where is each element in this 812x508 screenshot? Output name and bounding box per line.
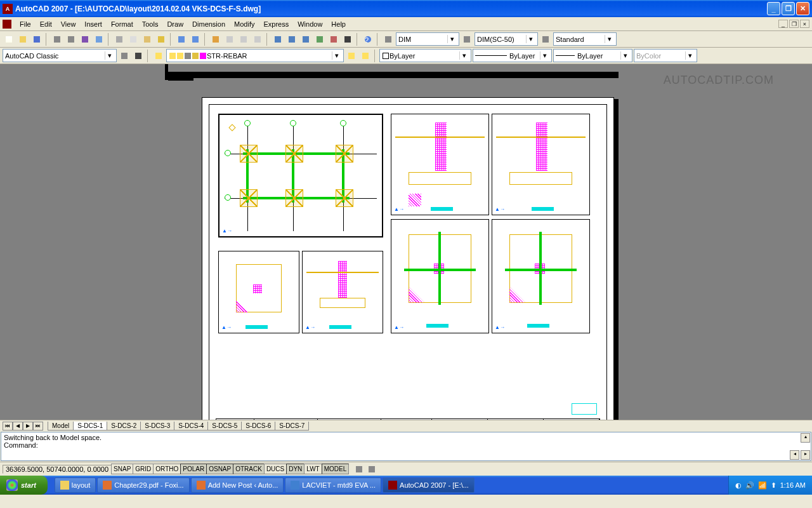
dimstyle2-dropdown[interactable]: DIM(SC-50)▾: [475, 32, 538, 46]
layer-manager-button[interactable]: [152, 50, 165, 62]
menu-tools[interactable]: Tools: [138, 19, 163, 29]
dimstyle2-icon[interactable]: [461, 33, 473, 46]
tray-icon[interactable]: 📶: [758, 481, 767, 490]
cmd-scroll-left-button[interactable]: ◂: [790, 450, 799, 460]
tab-first-button[interactable]: ⏮: [3, 422, 13, 431]
toolpalette-button[interactable]: [299, 33, 312, 46]
menu-insert[interactable]: Insert: [80, 19, 107, 29]
viewport-plan[interactable]: ▲→: [218, 114, 383, 237]
tab-last-button[interactable]: ⏭: [33, 422, 43, 431]
layer-dropdown[interactable]: STR-REBAR ▾: [166, 49, 344, 62]
layout-tab[interactable]: S-DCS-1: [73, 422, 107, 431]
dimstyle-dropdown[interactable]: DIM▾: [396, 32, 459, 46]
menu-view[interactable]: View: [56, 19, 81, 29]
workspace-settings-button[interactable]: [118, 50, 131, 62]
lineweight-dropdown[interactable]: ByLayer▾: [553, 49, 632, 62]
layout-tab[interactable]: S-DCS-7: [275, 422, 309, 431]
status-ducs-button[interactable]: DUCS: [264, 464, 287, 474]
copy-button[interactable]: [127, 33, 140, 46]
open-button[interactable]: [16, 33, 29, 46]
menu-modify[interactable]: Modify: [230, 19, 259, 29]
linetype-dropdown[interactable]: ByLayer▾: [473, 49, 552, 62]
textstyle-dropdown[interactable]: Standard▾: [553, 32, 617, 46]
sheet-button[interactable]: [313, 33, 326, 46]
undo-button[interactable]: [175, 33, 188, 46]
designcenter-button[interactable]: [285, 33, 298, 46]
layout-tab[interactable]: Model: [48, 422, 74, 431]
plot-preview-button[interactable]: [65, 33, 77, 46]
layout-tab[interactable]: S-DCS-5: [207, 422, 242, 431]
dimstyle-icon[interactable]: [382, 33, 395, 46]
status-polar-button[interactable]: POLAR: [180, 464, 207, 474]
tab-prev-button[interactable]: ◀: [13, 422, 23, 431]
cmd-scroll-up-button[interactable]: ▴: [801, 433, 810, 443]
menu-format[interactable]: Format: [107, 19, 138, 29]
viewport-small-2[interactable]: ▲→: [302, 251, 383, 333]
zoom-win-button[interactable]: [237, 33, 250, 46]
status-osnap-button[interactable]: OSNAP: [206, 464, 233, 474]
viewport-small-1[interactable]: ▲→: [218, 251, 299, 333]
menu-file[interactable]: File: [15, 19, 36, 29]
workspace-dropdown[interactable]: AutoCAD Classic▾: [3, 49, 117, 62]
viewport-section-1[interactable]: ▲→: [391, 114, 489, 215]
pan-button[interactable]: [209, 33, 222, 46]
cut-button[interactable]: [113, 33, 126, 46]
redo-button[interactable]: [189, 33, 202, 46]
start-button[interactable]: start: [0, 476, 48, 495]
plot-button[interactable]: [51, 33, 63, 46]
tray-icon[interactable]: 🔊: [745, 481, 754, 490]
color-dropdown[interactable]: ByLayer▾: [379, 49, 471, 62]
menu-dimension[interactable]: Dimension: [188, 19, 230, 29]
calc-button[interactable]: [341, 33, 354, 46]
status-ext1-button[interactable]: [353, 463, 365, 476]
taskbar-task[interactable]: Add New Post ‹ Auto...: [191, 478, 284, 493]
close-button[interactable]: ✕: [796, 2, 809, 15]
layout-tab[interactable]: S-DCS-6: [241, 422, 275, 431]
taskbar-task[interactable]: LACVIET - mtd9 EVA ...: [285, 478, 381, 493]
layout-tab[interactable]: S-DCS-4: [174, 422, 208, 431]
tray-icon[interactable]: ◐: [735, 481, 742, 490]
menu-express[interactable]: Express: [259, 19, 293, 29]
status-dyn-button[interactable]: DYN: [286, 464, 304, 474]
taskbar-task[interactable]: Chapter29.pdf - Foxi...: [97, 478, 189, 493]
viewport-plan-detail-2[interactable]: ▲→: [492, 219, 590, 333]
publish-button[interactable]: [79, 33, 91, 46]
zoom-rt-button[interactable]: [223, 33, 236, 46]
textstyle-icon[interactable]: [539, 33, 552, 46]
cmd-scroll-right-button[interactable]: ▸: [801, 450, 810, 460]
taskbar-task[interactable]: layout: [55, 478, 96, 493]
maximize-button[interactable]: ❐: [782, 2, 795, 15]
minimize-button[interactable]: _: [767, 2, 780, 15]
status-otrack-button[interactable]: OTRACK: [233, 464, 265, 474]
drawing-area[interactable]: AUTOCADTIP.COM: [0, 64, 812, 420]
layout-tab[interactable]: S-DCS-2: [107, 422, 141, 431]
mdi-restore-button[interactable]: ❐: [789, 20, 799, 28]
markup-button[interactable]: [327, 33, 340, 46]
clock-label[interactable]: 1:16 AM: [780, 481, 806, 489]
workspace-lock-button[interactable]: [132, 50, 145, 62]
mdi-minimize-button[interactable]: _: [778, 20, 788, 28]
menu-window[interactable]: Window: [293, 19, 327, 29]
viewport-section-2[interactable]: ▲→: [492, 114, 590, 215]
status-lwt-button[interactable]: LWT: [304, 464, 322, 474]
viewport-plan-detail-1[interactable]: ▲→: [391, 219, 489, 333]
system-tray[interactable]: ◐ 🔊 📶 ⬆ 1:16 AM: [728, 476, 812, 495]
tab-next-button[interactable]: ▶: [23, 422, 33, 431]
paste-button[interactable]: [141, 33, 154, 46]
3dprint-button[interactable]: [93, 33, 105, 46]
taskbar-task[interactable]: AutoCAD 2007 - [E:\...: [383, 478, 475, 493]
new-button[interactable]: [3, 33, 15, 46]
status-snap-button[interactable]: SNAP: [111, 464, 133, 474]
layer-states-button[interactable]: [359, 50, 372, 62]
tray-icon[interactable]: ⬆: [771, 481, 776, 490]
properties-button[interactable]: [272, 33, 284, 46]
layer-prev-button[interactable]: [345, 50, 358, 62]
app-menu-icon[interactable]: [3, 20, 11, 29]
status-ortho-button[interactable]: ORTHO: [153, 464, 181, 474]
menu-draw[interactable]: Draw: [162, 19, 188, 29]
save-button[interactable]: [30, 33, 43, 46]
help-button[interactable]: ?: [362, 33, 374, 46]
layout-tab[interactable]: S-DCS-3: [140, 422, 174, 431]
status-model-button[interactable]: MODEL: [322, 464, 350, 474]
match-button[interactable]: [155, 33, 167, 46]
